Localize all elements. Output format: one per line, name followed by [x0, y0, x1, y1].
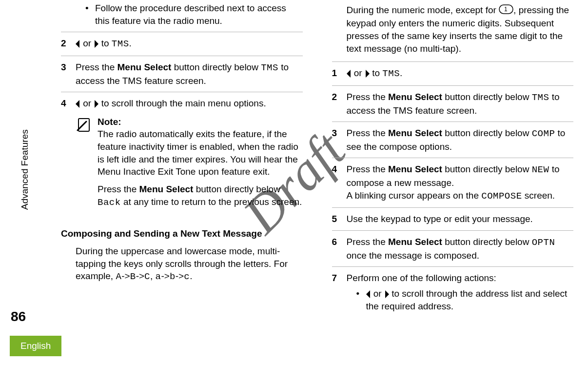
step-2: 2 or to TMS.	[61, 32, 303, 56]
text: Press the	[347, 164, 389, 174]
text: Press the	[347, 237, 389, 247]
dot: .	[129, 38, 132, 48]
new-label: NEW	[532, 164, 549, 175]
seq: b	[170, 271, 176, 282]
note-title: Note:	[98, 117, 121, 127]
text: button directly below	[442, 128, 532, 138]
step-number: 5	[332, 213, 347, 225]
text: Press the	[76, 62, 118, 72]
step-body: Press the Menu Select button directly be…	[76, 61, 303, 87]
step-number: 3	[332, 127, 347, 153]
r-step-5: 5 Use the keypad to type or edit your me…	[332, 207, 574, 230]
svg-marker-2	[76, 100, 79, 108]
bullet-dot: •	[85, 2, 95, 27]
seq: C	[144, 271, 150, 282]
section-heading: Composing and Sending a New Text Message	[61, 227, 303, 240]
left-arrow-icon	[76, 100, 80, 108]
step-number: 3	[61, 61, 76, 87]
tms-label: TMS	[112, 39, 129, 49]
right-column: During the numeric mode, except for 1 , …	[332, 0, 574, 336]
left-column: • Follow the procedure described next to…	[61, 0, 303, 336]
step-3: 3 Press the Menu Select button directly …	[61, 56, 303, 92]
svg-marker-0	[76, 40, 79, 48]
step-body: Press the Menu Select button directly be…	[347, 236, 574, 262]
step-body: Press the Menu Select button directly be…	[347, 163, 574, 203]
comp-label: COMP	[532, 128, 555, 139]
r-step-7: 7 Perform one of the following actions: …	[332, 266, 574, 317]
arrow-text: ->	[176, 271, 184, 281]
page-number: 86	[11, 307, 26, 326]
menu-select-label: Menu Select	[388, 128, 442, 138]
content-columns: • Follow the procedure described next to…	[61, 0, 573, 336]
r-step-6: 6 Press the Menu Select button directly …	[332, 230, 574, 266]
step-number: 7	[332, 272, 347, 312]
menu-select-label: Menu Select	[118, 62, 172, 72]
text: button directly below	[442, 92, 532, 102]
text: button directly below	[171, 62, 261, 72]
text-or: or	[371, 288, 384, 299]
dot: .	[190, 271, 192, 281]
step-body: Perform one of the following actions: • …	[347, 272, 574, 312]
text-to: to	[370, 68, 382, 78]
text-or: or	[80, 98, 94, 108]
step-body: or to TMS.	[76, 37, 303, 51]
text: During the numeric mode, except for	[347, 5, 499, 15]
left-arrow-icon	[76, 40, 80, 48]
text: once the message is composed.	[347, 250, 480, 261]
text: button directly below	[442, 237, 532, 247]
note-paragraph-1: The radio automatically exits the featur…	[98, 129, 298, 177]
tms-label: TMS	[261, 62, 278, 73]
text: at any time to return to the previous sc…	[121, 197, 302, 207]
r-step-2: 2 Press the Menu Select button directly …	[332, 85, 574, 122]
r-step-1: 1 or to TMS.	[332, 61, 574, 85]
r-step-4: 4 Press the Menu Select button directly …	[332, 158, 574, 207]
right-arrow-icon	[94, 100, 98, 108]
text-to: to	[98, 38, 111, 48]
step-body: Press the Menu Select button directly be…	[347, 127, 574, 153]
text-or: or	[352, 68, 365, 78]
step-body: Use the keypad to type or edit your mess…	[347, 213, 574, 225]
r-step-3: 3 Press the Menu Select button directly …	[332, 122, 574, 158]
text: to scroll through the main menu options.	[98, 98, 266, 108]
right-arrow-icon	[384, 290, 389, 298]
arrow-text: ->	[136, 271, 144, 281]
right-arrow-icon	[365, 70, 370, 78]
step-body: or to scroll through the main menu optio…	[76, 97, 303, 214]
optn-label: OPTN	[532, 237, 555, 248]
right-arrow-icon	[94, 40, 98, 48]
intro-bullet: • Follow the procedure described next to…	[85, 2, 303, 27]
step-body: or to TMS.	[347, 67, 574, 81]
svg-marker-9	[366, 70, 370, 78]
text: Press the	[347, 92, 389, 102]
text: Press the	[347, 128, 389, 138]
sub-bullet: • or to scroll through the address list …	[356, 287, 574, 312]
menu-select-label: Menu Select	[388, 237, 442, 247]
sub-bullet-body: or to scroll through the address list an…	[366, 287, 574, 312]
svg-text:1: 1	[504, 6, 508, 13]
left-arrow-icon	[366, 290, 371, 298]
text: A blinking cursor appears on the	[347, 190, 482, 201]
step-number: 6	[332, 236, 347, 262]
compose-label: COMPOSE	[481, 191, 522, 202]
svg-marker-11	[385, 290, 389, 298]
comma: ,	[150, 271, 156, 281]
text: screen.	[522, 190, 555, 201]
seq: B	[130, 271, 136, 282]
menu-select-label: Menu Select	[388, 92, 442, 102]
seq: a	[156, 271, 161, 282]
side-section-label: Advanced Features	[19, 129, 31, 210]
step-body: Press the Menu Select button directly be…	[347, 91, 574, 117]
numeric-mode-paragraph: During the numeric mode, except for 1 , …	[347, 4, 574, 55]
tms-label: TMS	[382, 68, 400, 79]
arrow-text: ->	[161, 271, 169, 281]
text: to scroll through the address list and s…	[366, 288, 568, 311]
compose-intro-paragraph: During the uppercase and lowercase mode,…	[76, 245, 303, 284]
note-block: Note: The radio automatically exits the …	[76, 116, 303, 214]
left-arrow-icon	[347, 70, 352, 78]
text-or: or	[80, 38, 94, 48]
step-number: 4	[332, 163, 347, 203]
step-number: 4	[61, 97, 76, 214]
seq: A	[116, 271, 121, 282]
language-tab: English	[10, 336, 61, 356]
key-1-icon: 1	[499, 4, 513, 18]
